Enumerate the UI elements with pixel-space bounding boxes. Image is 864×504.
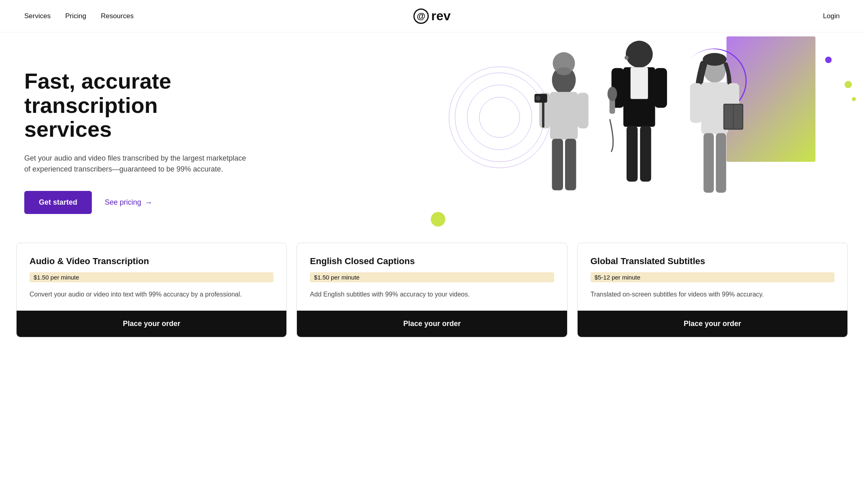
- pricing-cards-section: Audio & Video Transcription $1.50 per mi…: [0, 243, 864, 354]
- svg-rect-33: [704, 133, 714, 193]
- mic-cord: [610, 120, 613, 151]
- svg-rect-10: [552, 139, 563, 191]
- svg-rect-18: [631, 67, 648, 99]
- person-1: [535, 52, 589, 190]
- card-3-order-button[interactable]: Place your order: [578, 311, 847, 337]
- card-2-description: Add English subtitles with 99% accuracy …: [310, 290, 554, 299]
- logo[interactable]: @ rev: [413, 8, 451, 24]
- hero-section: Fast, accurate transcription services Ge…: [0, 32, 864, 243]
- nav-services[interactable]: Services: [24, 12, 51, 20]
- svg-point-22: [608, 87, 617, 101]
- person-3: [690, 53, 743, 193]
- card-2-order-button[interactable]: Place your order: [297, 311, 567, 337]
- card-1-title: Audio & Video Transcription: [30, 256, 273, 267]
- card-2-title: English Closed Captions: [310, 256, 554, 267]
- hero-text: Fast, accurate transcription services Ge…: [24, 69, 275, 214]
- card-1-order-button[interactable]: Place your order: [17, 311, 286, 337]
- svg-point-14: [536, 96, 541, 101]
- svg-rect-9: [578, 93, 589, 128]
- card-captions: English Closed Captions $1.50 per minute…: [296, 243, 567, 337]
- site-header: Services Pricing Resources @ rev Login: [0, 0, 864, 32]
- nav-resources[interactable]: Resources: [101, 12, 133, 20]
- svg-rect-34: [716, 133, 726, 193]
- svg-point-26: [703, 53, 727, 66]
- decorative-circle-green-xs: [852, 97, 856, 101]
- arrow-icon: →: [144, 198, 152, 207]
- hero-heading: Fast, accurate transcription services: [24, 69, 275, 141]
- svg-point-15: [626, 41, 653, 68]
- logo-at-icon: @: [413, 8, 429, 24]
- get-started-button[interactable]: Get started: [24, 191, 92, 214]
- card-1-description: Convert your audio or video into text wi…: [30, 290, 273, 299]
- nav-login[interactable]: Login: [823, 12, 840, 20]
- card-subtitles: Global Translated Subtitles $5-12 per mi…: [577, 243, 848, 337]
- svg-rect-20: [654, 68, 667, 108]
- decorative-circle-purple: [825, 57, 832, 63]
- svg-rect-24: [640, 126, 651, 182]
- card-3-price: $5-12 per minute: [591, 272, 834, 282]
- card-3-title: Global Translated Subtitles: [591, 256, 834, 267]
- hero-description: Get your audio and video files transcrib…: [24, 153, 251, 175]
- decorative-circle-green-small: [845, 81, 852, 88]
- nav-right: Login: [823, 12, 840, 20]
- card-3-description: Translated on-screen subtitles for video…: [591, 290, 834, 299]
- person-2: [608, 41, 667, 182]
- hero-image-area: [415, 32, 864, 243]
- card-2-price: $1.50 per minute: [310, 272, 554, 282]
- svg-rect-23: [627, 126, 637, 182]
- card-transcription: Audio & Video Transcription $1.50 per mi…: [16, 243, 287, 337]
- see-pricing-link[interactable]: See pricing →: [105, 198, 152, 207]
- svg-point-6: [557, 67, 571, 75]
- logo-brand: rev: [431, 8, 451, 23]
- svg-rect-28: [690, 83, 702, 123]
- card-1-price: $1.50 per minute: [30, 272, 273, 282]
- people-illustration: [415, 32, 864, 243]
- nav-left: Services Pricing Resources: [24, 12, 133, 20]
- svg-point-16: [625, 56, 629, 60]
- nav-pricing[interactable]: Pricing: [65, 12, 86, 20]
- svg-rect-7: [550, 92, 578, 140]
- hero-actions: Get started See pricing →: [24, 191, 275, 214]
- svg-rect-11: [565, 139, 576, 191]
